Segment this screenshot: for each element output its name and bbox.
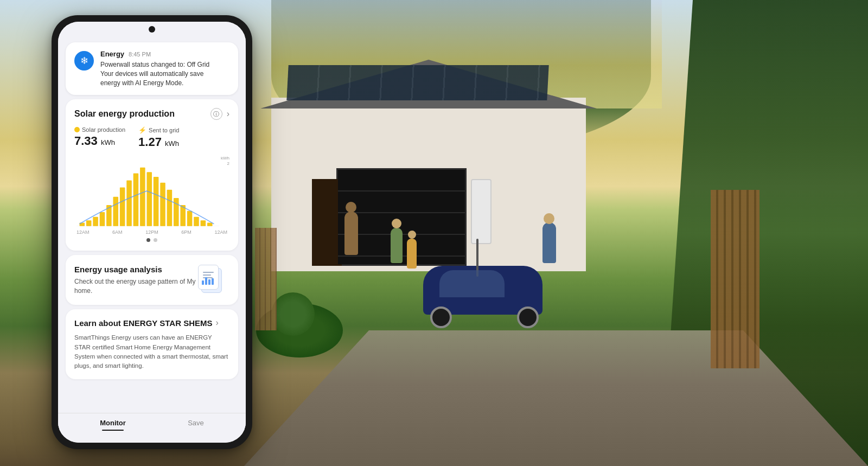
svg-rect-2 [93, 217, 98, 226]
energy-star-card: Learn about ENERGY STAR SHEMS › SmartThi… [66, 309, 238, 379]
notif-line3: energy with AI Energy Mode. [100, 79, 229, 88]
person-4 [542, 222, 556, 263]
notif-line1: Powerwall status changed to: Off Grid [100, 60, 229, 69]
nav-monitor-underline [102, 430, 124, 431]
mini-bar-2 [205, 277, 207, 285]
energy-star-link[interactable]: Learn about ENERGY STAR SHEMS › [74, 318, 229, 328]
x-label-12am: 12AM [76, 229, 90, 235]
solar-header-icons: ⓘ › [210, 108, 229, 120]
grid-label: ⚡ Sent to grid [138, 126, 179, 134]
person-1-head [346, 202, 356, 213]
dot-1[interactable] [146, 238, 150, 242]
dot-2[interactable] [154, 238, 157, 242]
nav-save[interactable]: Save [177, 419, 215, 431]
svg-rect-17 [194, 217, 199, 226]
svg-rect-13 [167, 190, 173, 226]
analysis-description: Check out the energy usage pattern of My… [74, 277, 197, 296]
energy-star-title: Learn about ENERGY STAR SHEMS [74, 318, 212, 328]
nav-monitor[interactable]: Monitor [89, 419, 137, 431]
solar-value: 7.33 kWh [74, 134, 125, 148]
doc-stack [197, 264, 224, 293]
svg-rect-9 [140, 168, 145, 226]
phone-camera [149, 26, 155, 33]
svg-rect-7 [126, 181, 132, 227]
chart-svg [74, 156, 229, 226]
dot-indicators [74, 238, 229, 242]
x-label-12am-end: 12AM [214, 229, 227, 235]
svg-rect-19 [207, 223, 213, 227]
person-1 [344, 212, 358, 255]
solar-dot [74, 127, 80, 132]
svg-rect-3 [100, 212, 105, 226]
svg-rect-18 [201, 221, 206, 227]
svg-rect-12 [160, 183, 165, 226]
notif-app-name: Energy [100, 50, 124, 58]
notif-app-icon: ❄ [74, 51, 94, 71]
chart-x-labels: 12AM 6AM 12PM 6PM 12AM [74, 229, 229, 235]
svg-rect-16 [187, 211, 193, 226]
analysis-text-area: Energy usage analysis Check out the ener… [74, 265, 197, 296]
solar-header: Solar energy production ⓘ › [74, 108, 229, 120]
x-label-12pm: 12PM [145, 229, 158, 235]
grid-stat: ⚡ Sent to grid 1.27 kWh [138, 126, 179, 149]
info-icon[interactable]: ⓘ [210, 108, 222, 120]
fence-left [255, 228, 277, 330]
vegetation-2 [271, 292, 315, 336]
nav-monitor-label: Monitor [100, 419, 126, 427]
energy-star-chevron: › [215, 318, 218, 328]
doc-front [198, 265, 219, 290]
person-2 [391, 228, 403, 263]
person-3-head [408, 231, 416, 239]
bottom-nav: Monitor Save [58, 413, 246, 436]
car-wheel-right [517, 307, 539, 328]
person-4-head [544, 213, 554, 224]
solar-chart: kWh 2 [74, 156, 229, 226]
car-wheel-left [430, 307, 452, 328]
notif-header: Energy 8:45 PM [100, 50, 229, 58]
fence-right [711, 190, 760, 368]
notification-card[interactable]: ❄ Energy 8:45 PM Powerwall status change… [66, 42, 238, 95]
solar-title: Solar energy production [74, 109, 175, 119]
solar-panels [286, 65, 548, 100]
doc-line-1 [203, 272, 214, 273]
person-2-head [392, 219, 401, 228]
energy-stats: Solar production 7.33 kWh ⚡ Sent to grid [74, 126, 229, 149]
powerwall [471, 179, 492, 244]
screen-content: ❄ Energy 8:45 PM Powerwall status change… [58, 22, 246, 443]
mini-bar-1 [202, 280, 204, 285]
mini-bar-3 [208, 279, 210, 285]
y-axis-label: kWh 2 [221, 156, 229, 166]
person-3 [407, 239, 417, 269]
car-windshield [439, 270, 505, 297]
solar-label: Solar production [74, 126, 125, 133]
x-label-6am: 6AM [112, 229, 123, 235]
nav-save-label: Save [188, 419, 204, 427]
solar-production-stat: Solar production 7.33 kWh [74, 126, 125, 149]
grid-dot: ⚡ [138, 126, 146, 134]
notif-content: Energy 8:45 PM Powerwall status changed … [100, 50, 229, 87]
notif-time: 8:45 PM [129, 51, 151, 58]
svg-rect-8 [133, 174, 139, 227]
analysis-title: Energy usage analysis [74, 265, 197, 274]
doc-line-2 [203, 275, 211, 276]
solar-chevron[interactable]: › [227, 109, 229, 119]
energy-icon: ❄ [80, 55, 88, 67]
svg-rect-11 [154, 177, 159, 226]
energy-star-description: SmartThings Energy users can have an ENE… [74, 333, 229, 371]
solar-card: Solar energy production ⓘ › So [66, 99, 238, 251]
front-door [312, 179, 342, 266]
grid-value: 1.27 kWh [138, 135, 179, 149]
analysis-icon [197, 264, 229, 296]
svg-rect-10 [146, 173, 152, 227]
svg-rect-1 [86, 221, 92, 227]
svg-rect-6 [120, 188, 125, 227]
phone: ❄ Energy 8:45 PM Powerwall status change… [52, 15, 252, 449]
mini-bar-4 [212, 278, 214, 285]
svg-rect-14 [174, 198, 179, 226]
analysis-card[interactable]: Energy usage analysis Check out the ener… [66, 255, 238, 305]
x-label-6pm: 6PM [181, 229, 192, 235]
svg-rect-5 [113, 197, 119, 226]
doc-mini-chart [202, 277, 214, 285]
notif-line2: Your devices will automatically save [100, 69, 229, 79]
